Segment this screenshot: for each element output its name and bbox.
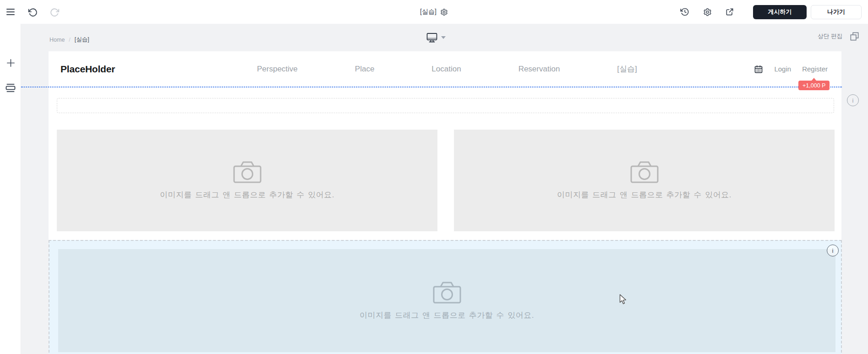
section-layout-icon (5, 83, 16, 93)
login-link[interactable]: Login (774, 65, 791, 73)
publish-button[interactable]: 게시하기 (753, 5, 807, 19)
sections-button[interactable] (0, 80, 21, 96)
camera-icon (433, 281, 461, 304)
image-dropzone-left[interactable]: 이미지를 드래그 앤 드롭으로 추가할 수 있어요. (57, 130, 437, 231)
site-logo[interactable]: PlaceHolder (60, 51, 115, 87)
image-drop-hint: 이미지를 드래그 앤 드롭으로 추가할 수 있어요. (557, 190, 732, 200)
settings-button[interactable] (701, 6, 713, 18)
info-icon: i (852, 97, 854, 104)
image-dropzone-right[interactable]: 이미지를 드래그 앤 드롭으로 추가할 수 있어요. (454, 130, 835, 231)
exit-button[interactable]: 나가기 (811, 5, 862, 19)
nav-item-place[interactable]: Place (355, 65, 375, 74)
breadcrumb-current: [실습] (75, 36, 89, 44)
page-settings-icon[interactable] (440, 8, 448, 16)
site-nav: Perspective Place Location Reservation [… (257, 51, 637, 87)
top-edit-group: 상단 편집 (818, 31, 860, 42)
plus-icon (6, 59, 15, 67)
camera-icon (233, 161, 262, 184)
top-toolbar: [실습] (0, 0, 868, 24)
info-icon: i (832, 247, 834, 254)
breadcrumb-separator: / (69, 37, 70, 43)
history-button[interactable] (679, 6, 691, 18)
gear-icon (703, 8, 712, 16)
image-drop-hint: 이미지를 드래그 앤 드롭으로 추가할 수 있어요. (160, 190, 334, 200)
site-header: PlaceHolder Perspective Place Location R… (49, 51, 841, 87)
camera-icon (630, 161, 659, 184)
points-badge: +1,000 P (798, 81, 830, 90)
add-block-button[interactable] (0, 54, 21, 71)
page-title: [실습] (420, 8, 437, 16)
calendar-icon[interactable] (754, 65, 763, 74)
history-icon (680, 7, 689, 16)
selected-section-info-button[interactable]: i (827, 245, 839, 256)
top-edit-button[interactable]: 상단 편집 (818, 33, 842, 40)
image-drop-hint: 이미지를 드래그 앤 드롭으로 추가할 수 있어요. (360, 310, 534, 321)
selected-section[interactable]: 이미지를 드래그 앤 드롭으로 추가할 수 있어요. (49, 240, 842, 354)
image-dropzone-bottom[interactable]: 이미지를 드래그 앤 드롭으로 추가할 수 있어요. (58, 249, 835, 352)
breadcrumb: Home / [실습] (49, 36, 89, 44)
nav-item-silseup[interactable]: [실습] (617, 64, 637, 74)
device-preview-selector[interactable] (426, 32, 446, 43)
left-sidebar (0, 24, 21, 354)
open-site-button[interactable] (724, 6, 736, 18)
register-link[interactable]: Register (802, 65, 828, 73)
nav-item-location[interactable]: Location (431, 65, 461, 74)
empty-widget-dropzone[interactable] (57, 98, 834, 113)
chevron-down-icon (441, 36, 446, 39)
editor-screen: [실습] (0, 0, 868, 354)
nav-item-reservation[interactable]: Reservation (519, 65, 560, 74)
nav-item-perspective[interactable]: Perspective (257, 65, 298, 74)
desktop-icon (426, 32, 438, 43)
layers-icon[interactable] (849, 31, 860, 42)
section-divider-line (21, 87, 842, 87)
breadcrumb-home-link[interactable]: Home (49, 37, 65, 43)
external-link-icon (725, 7, 734, 16)
section-info-button[interactable]: i (847, 94, 859, 106)
